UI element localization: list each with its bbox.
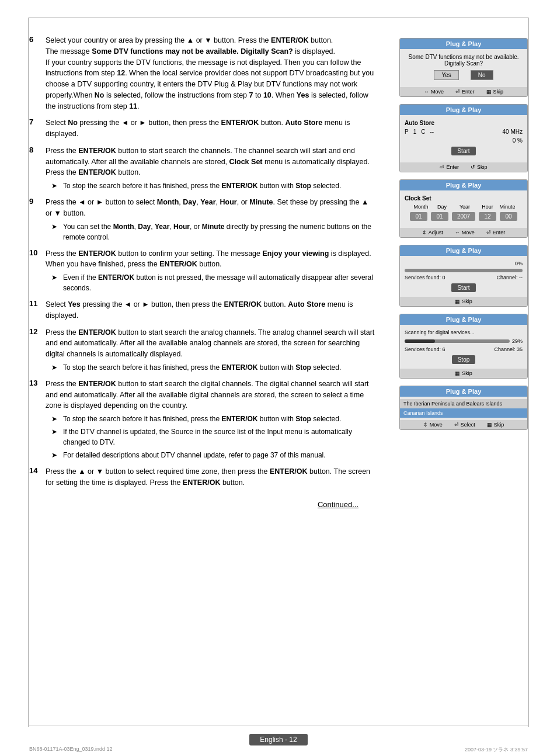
panel4-header: Plug & Play xyxy=(400,245,527,256)
panel6-footer: ⇕ Move ⏎ Select ▦ Skip xyxy=(400,420,527,429)
file-info-right: 2007-03-19 ソラネ 3:39:57 xyxy=(465,746,528,754)
panel2-freq: 40 MHz xyxy=(503,129,523,135)
panel3-footer-move: ↔ Move xyxy=(455,230,475,235)
sub-13-2: ➤ If the DTV channel is updated, the Sou… xyxy=(51,426,376,448)
panel2-c: C xyxy=(421,129,425,135)
panel4-body: 0% Services found: 0 Channel: -- Start xyxy=(400,256,527,297)
panel4-pct: 0% xyxy=(405,261,523,266)
arrow-icon-8-1: ➤ xyxy=(51,181,60,191)
panel3-body: Clock Set Month Day Year Hour xyxy=(400,190,527,228)
sub-text-13-1: To stop the search before it has finishe… xyxy=(63,414,341,424)
select-icon-6: ⏎ xyxy=(454,422,459,428)
panel1-footer-skip: ▦ Skip xyxy=(486,89,504,95)
label-minute: Minute xyxy=(499,204,516,210)
step-content-13: Press the ENTER/OK button to start searc… xyxy=(46,379,376,460)
val-minute: 00 xyxy=(500,212,517,221)
tz-option2[interactable]: Canarian Islands xyxy=(400,408,527,418)
sub-9-1: ➤ You can set the Month, Day, Year, Hour… xyxy=(51,221,376,242)
move-icon-6: ⇕ xyxy=(423,422,428,428)
page-number-badge: English - 12 xyxy=(249,734,307,745)
panel4-start-btn[interactable]: Start xyxy=(451,283,475,292)
step-content-14: Press the ▲ or ▼ button to select requir… xyxy=(46,466,376,488)
label-hour: Hour xyxy=(479,204,496,210)
step-number-9: 9 xyxy=(29,197,41,242)
panel2-header: Plug & Play xyxy=(400,105,527,115)
panel6-header: Plug & Play xyxy=(400,386,527,397)
panel5-stop-btn[interactable]: Stop xyxy=(452,355,476,364)
step-number-6: 6 xyxy=(29,35,41,112)
panel6-footer-move: ⇕ Move xyxy=(423,422,443,428)
panel5-progress-bar xyxy=(405,339,510,343)
left-line xyxy=(28,18,29,727)
arrow-icon-13-3: ➤ xyxy=(51,450,60,460)
panel-timezone: Plug & Play The Iberian Peninsula and Ba… xyxy=(399,386,528,430)
panel4-channel: Channel: -- xyxy=(496,275,523,280)
step-14: 14 Press the ▲ or ▼ button to select req… xyxy=(29,466,376,488)
step-8: 8 Press the ENTER/OK button to start sea… xyxy=(29,145,376,191)
continued-area: Continued... xyxy=(29,500,376,509)
step-number-14: 14 xyxy=(29,466,41,488)
panel2-title: Auto Store xyxy=(405,120,523,126)
step-content-9: Press the ◄ or ► button to select Month,… xyxy=(46,197,376,242)
panel-scanning: Plug & Play Scanning for digital service… xyxy=(399,314,528,379)
panel2-body: Auto Store P 1 C -- 40 MHz 0 % Start xyxy=(400,115,527,162)
sub-text-12-1: To stop the search before it has finishe… xyxy=(63,362,341,373)
sub-12-1: ➤ To stop the search before it has finis… xyxy=(51,362,376,373)
sub-13-3: ➤ For detailed descriptions about DTV ch… xyxy=(51,450,376,460)
panel3-header: Plug & Play xyxy=(400,180,527,190)
panel1-footer-move: ↔ Move xyxy=(424,89,444,95)
clock-values-row: 01 01 2007 12 00 xyxy=(405,212,523,221)
panel1-no-btn[interactable]: No xyxy=(471,70,493,80)
panel4-services: Services found: 0 xyxy=(405,275,445,280)
step-number-8: 8 xyxy=(29,145,41,191)
adjust-icon: ⇕ xyxy=(422,230,427,235)
panel3-footer: ⇕ Adjust ↔ Move ⏎ Enter xyxy=(400,228,527,237)
panel2-footer-enter: ⏎ Enter xyxy=(440,164,459,170)
skip-icon-4: ▦ xyxy=(455,299,460,304)
bottom-border xyxy=(29,726,528,727)
step-7: 7 Select No pressing the ◄ or ► button, … xyxy=(29,117,376,140)
step-content-6: Select your country or area by pressing … xyxy=(46,35,376,112)
clock-labels-row: Month Day Year Hour Minute xyxy=(405,204,523,210)
val-day: 01 xyxy=(431,212,448,221)
sub-text-13-2: If the DTV channel is updated, the Sourc… xyxy=(63,426,376,448)
panel2-pct: 0 % xyxy=(405,137,523,144)
panel5-footer-skip: ▦ Skip xyxy=(455,370,472,376)
arrow-icon-13-1: ➤ xyxy=(51,414,60,424)
skip-icon: ▦ xyxy=(486,89,492,95)
panel4-footer-skip: ▦ Skip xyxy=(455,299,472,304)
tz-option1[interactable]: The Iberian Peninsula and Balears Island… xyxy=(400,399,527,408)
panel1-header: Plug & Play xyxy=(400,39,527,49)
sub-13-1: ➤ To stop the search before it has finis… xyxy=(51,414,376,424)
panel5-scan-info: Services found: 6 Channel: 35 xyxy=(405,346,523,352)
enter-icon-2: ⏎ xyxy=(440,164,444,170)
arrow-icon-10-1: ➤ xyxy=(51,272,60,293)
panel1-body: Some DTV functions may not be available.… xyxy=(400,49,527,87)
panel2-start-btn[interactable]: Start xyxy=(451,147,475,155)
panel-clockset: Plug & Play Clock Set Month Day Year xyxy=(399,179,528,238)
sub-10-1: ➤ Even if the ENTER/OK button is not pre… xyxy=(51,272,376,293)
skip-icon-5: ▦ xyxy=(455,370,460,376)
sub-text-13-3: For detailed descriptions about DTV chan… xyxy=(63,450,326,460)
panel1-footer: ↔ Move ⏎ Enter ▦ Skip xyxy=(400,87,527,96)
val-hour: 12 xyxy=(479,212,496,221)
step-number-11: 11 xyxy=(29,299,41,321)
panel-services0: Plug & Play 0% Services found: 0 Channel… xyxy=(399,245,528,307)
step-number-12: 12 xyxy=(29,327,41,373)
step-content-8: Press the ENTER/OK button to start searc… xyxy=(46,145,376,191)
panel2-p: P xyxy=(405,129,409,135)
page-container: 6 Select your country or area by pressin… xyxy=(0,0,557,756)
move-icon: ↔ xyxy=(424,89,429,95)
panel1-yes-btn[interactable]: Yes xyxy=(434,70,458,80)
panel5-header: Plug & Play xyxy=(400,314,527,325)
panel2-dash: -- xyxy=(430,129,434,135)
continued-label: Continued... xyxy=(318,500,358,509)
skip-icon-2: ↺ xyxy=(471,164,475,170)
sub-text-10-1: Even if the ENTER/OK button is not press… xyxy=(63,272,376,293)
step-12: 12 Press the ENTER/OK button to start se… xyxy=(29,327,376,373)
arrow-icon-12-1: ➤ xyxy=(51,362,60,373)
arrow-icon-13-2: ➤ xyxy=(51,426,60,448)
panel5-progress-fill xyxy=(405,339,435,343)
panel4-progress-bar xyxy=(405,269,523,272)
label-day: Day xyxy=(434,204,450,210)
